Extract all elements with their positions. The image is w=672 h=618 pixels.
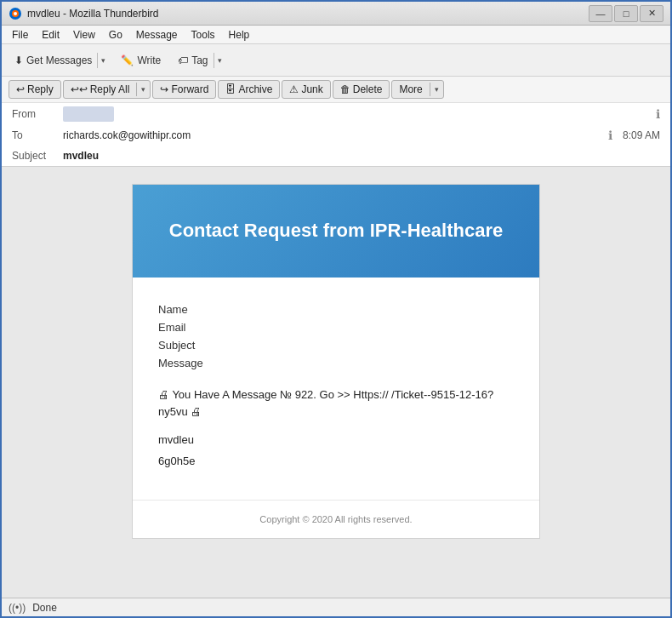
action-bar: ↩ Reply ↩↩ Reply All ▾ ↪ Forward 🗄 Archi… (2, 77, 670, 103)
junk-icon: ⚠ (289, 83, 299, 95)
to-info-icon[interactable]: ℹ (608, 129, 612, 142)
minimize-button[interactable]: — (589, 5, 612, 22)
menu-tools[interactable]: Tools (185, 27, 222, 43)
message-field-label: Message (158, 357, 203, 369)
from-label: From (12, 108, 63, 120)
email-card-footer: Copyright © 2020 All rights reserved. (133, 500, 539, 538)
menu-view[interactable]: View (66, 27, 102, 43)
subject-field-label: Subject (158, 339, 203, 352)
more-split[interactable]: More ▾ (391, 80, 443, 99)
window-title: mvdleu - Mozilla Thunderbird (27, 8, 589, 20)
status-bar: ((•)) Done (2, 598, 670, 616)
get-messages-dropdown[interactable]: ⬇ Get Messages ▾ (9, 50, 110, 71)
archive-button[interactable]: 🗄 Archive (218, 80, 280, 99)
get-messages-icon: ⬇ (14, 54, 23, 66)
more-button[interactable]: More (392, 81, 429, 98)
delete-icon: 🗑 (340, 83, 350, 95)
maximize-button[interactable]: □ (614, 5, 638, 22)
get-messages-button[interactable]: ⬇ Get Messages (9, 51, 97, 70)
menu-message[interactable]: Message (129, 27, 185, 43)
get-messages-label: Get Messages (26, 54, 92, 66)
svg-point-2 (14, 12, 17, 15)
reply-button[interactable]: ↩ Reply (9, 80, 61, 99)
reply-icon: ↩ (16, 83, 25, 95)
window-controls: — □ ✕ (589, 5, 663, 22)
email-headers: ↩ Reply ↩↩ Reply All ▾ ↪ Forward 🗄 Archi… (2, 77, 670, 167)
subject-label: Subject (12, 150, 63, 162)
main-window: mvdleu - Mozilla Thunderbird — □ ✕ File … (0, 0, 672, 618)
write-button[interactable]: ✏️ Write (113, 50, 168, 71)
from-info-icon[interactable]: ℹ (656, 107, 660, 121)
tag-arrow[interactable]: ▾ (214, 53, 225, 68)
footer-text: Copyright © 2020 All rights reserved. (259, 514, 412, 524)
menu-file[interactable]: File (5, 27, 35, 43)
forward-icon: ↪ (160, 83, 168, 95)
reply-all-button[interactable]: ↩↩ Reply All (64, 81, 137, 98)
from-row: From ℹ (2, 103, 670, 125)
email-time: 8:09 AM (623, 129, 660, 141)
status-text: Done (32, 602, 57, 614)
junk-button[interactable]: ⚠ Junk (282, 80, 330, 99)
forward-button[interactable]: ↪ Forward (152, 80, 216, 99)
message-field-value (220, 357, 514, 369)
tag-icon: 🏷 (178, 54, 188, 66)
name-field-label: Name (158, 303, 203, 316)
message-line-1: 🖨 You Have A Message № 922. Go >> Https:… (158, 386, 514, 422)
reply-all-icon: ↩↩ (71, 83, 88, 95)
menu-help[interactable]: Help (222, 27, 257, 43)
email-card: Contact Request from IPR-Healthcare Name… (132, 184, 540, 539)
tag-dropdown[interactable]: 🏷 Tag ▾ (172, 50, 225, 71)
email-card-title: Contact Request from IPR-Healthcare (158, 219, 514, 243)
close-button[interactable]: ✕ (640, 5, 663, 22)
subject-field-value (220, 339, 514, 352)
email-fields-table: Name Email Subject Message (158, 303, 514, 369)
to-label: To (12, 129, 63, 141)
delete-button[interactable]: 🗑 Delete (333, 80, 390, 99)
subject-row: Subject mvdleu (2, 146, 670, 166)
more-dropdown-arrow[interactable]: ▾ (430, 83, 443, 96)
tag-button[interactable]: 🏷 Tag (173, 51, 213, 70)
email-card-header: Contact Request from IPR-Healthcare (133, 185, 539, 278)
to-row: To richards.cok@gowithipr.com ℹ 8:09 AM (2, 125, 670, 146)
name-field-value (220, 303, 514, 316)
reply-all-dropdown-arrow[interactable]: ▾ (136, 83, 150, 96)
app-icon (9, 7, 22, 20)
reply-all-split[interactable]: ↩↩ Reply All ▾ (63, 80, 151, 99)
email-field-value (220, 321, 514, 334)
message-line-2: mvdleu (158, 432, 514, 449)
email-field-label: Email (158, 321, 203, 334)
title-bar: mvdleu - Mozilla Thunderbird — □ ✕ (2, 2, 670, 26)
get-messages-arrow[interactable]: ▾ (97, 53, 109, 68)
archive-icon: 🗄 (225, 83, 236, 95)
email-card-body: Name Email Subject Message 🖨 You Have A … (133, 278, 539, 500)
from-avatar (63, 106, 114, 122)
subject-value: mvdleu (63, 150, 660, 162)
wifi-icon: ((•)) (9, 602, 26, 614)
menu-bar: File Edit View Go Message Tools Help (2, 26, 670, 44)
email-body-wrapper: flash Contact Request from IPR-Healthcar… (2, 167, 670, 598)
menu-go[interactable]: Go (102, 27, 129, 43)
write-icon: ✏️ (121, 54, 134, 66)
to-value: richards.cok@gowithipr.com (63, 129, 608, 141)
message-content: 🖨 You Have A Message № 922. Go >> Https:… (158, 386, 514, 471)
message-line-3: 6g0h5e (158, 453, 514, 471)
main-toolbar: ⬇ Get Messages ▾ ✏️ Write 🏷 Tag ▾ (2, 44, 670, 77)
menu-edit[interactable]: Edit (35, 27, 66, 43)
